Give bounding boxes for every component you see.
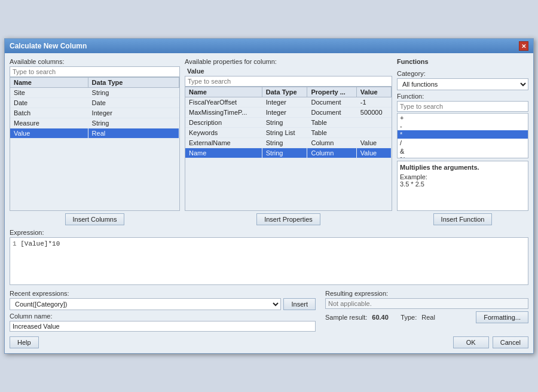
table-row[interactable]: DescriptionStringTable (185, 118, 392, 128)
formatting-button[interactable]: Formatting... (476, 311, 528, 323)
functions-section: Functions Category: All functions Math S… (397, 58, 528, 225)
row-type: String (262, 138, 307, 148)
row-type: String List (262, 128, 307, 138)
row-type: Integer (88, 108, 179, 118)
category-label: Category: (397, 70, 528, 77)
functions-title: Functions (397, 58, 528, 65)
row-value: Value (356, 148, 391, 158)
resulting-input (325, 298, 528, 309)
col-header-name: Name (10, 78, 88, 88)
properties-table: Name Data Type Property ... Value Fiscal… (185, 87, 392, 211)
row-type: Date (88, 98, 179, 108)
table-row[interactable]: FiscalYearOffsetIntegerDocument-1 (185, 97, 392, 108)
table-row[interactable]: MeasureString (10, 118, 179, 128)
row-type: Integer (262, 97, 307, 108)
row-value: Value (356, 138, 391, 148)
row-type: Real (88, 128, 179, 139)
type-value: Real (421, 314, 445, 321)
insert-function-button[interactable]: Insert Function (433, 213, 493, 225)
table-row[interactable]: ValueReal (10, 128, 179, 139)
close-button[interactable]: ✕ (519, 41, 528, 51)
function-item[interactable]: / (398, 139, 528, 147)
row-name: FiscalYearOffset (185, 97, 262, 108)
columns-section: Available columns: Name Data Type SiteSt… (10, 58, 180, 225)
row-name: Name (185, 148, 262, 158)
row-name: ExternalName (185, 138, 262, 148)
bottom-left: Recent expressions: Count([Category]) In… (10, 290, 316, 332)
help-button[interactable]: Help (10, 336, 39, 348)
function-search-input[interactable] (397, 101, 528, 112)
prop-header-value: Value (356, 87, 391, 97)
resulting-label: Resulting expression: (325, 290, 528, 297)
function-item[interactable]: * (398, 130, 528, 139)
row-name: Description (185, 118, 262, 128)
function-item[interactable]: % (398, 155, 528, 158)
row-prop: Column (307, 148, 356, 158)
table-row[interactable]: KeywordsString ListTable (185, 128, 392, 138)
recent-insert-button[interactable]: Insert (283, 298, 316, 310)
function-item[interactable]: & (398, 147, 528, 155)
type-label: Type: (401, 314, 417, 321)
row-prop: Column (307, 138, 356, 148)
desc-title: Multiplies the arguments. (400, 164, 525, 171)
expression-label: Expression: (10, 229, 528, 236)
function-item[interactable]: - (398, 122, 528, 130)
properties-search-input[interactable] (185, 76, 392, 87)
row-value (356, 118, 391, 128)
prop-header-name: Name (185, 87, 262, 97)
category-select[interactable]: All functions Math String Date Aggregate (397, 78, 528, 90)
insert-columns-button[interactable]: Insert Columns (65, 213, 125, 225)
bottom-right: Resulting expression: Sample result: 60.… (325, 290, 528, 332)
row-prop: Document (307, 108, 356, 118)
sample-value: 60.40 (372, 314, 396, 321)
table-row[interactable]: DateDate (10, 98, 179, 108)
row-type: String (88, 88, 179, 98)
table-row[interactable]: ExternalNameStringColumnValue (185, 138, 392, 148)
table-row[interactable]: MaxMissingTimeP...IntegerDocument500000 (185, 108, 392, 118)
row-name: Keywords (185, 128, 262, 138)
row-value: -1 (356, 97, 391, 108)
table-row[interactable]: BatchInteger (10, 108, 179, 118)
columns-label: Available columns: (10, 58, 180, 65)
row-name: Site (10, 88, 88, 98)
expression-section: Expression: 1 [Value]*10 (10, 229, 528, 285)
properties-column-name: Value (185, 66, 392, 76)
table-row[interactable]: NameStringColumnValue (185, 148, 392, 158)
properties-label: Available properties for column: (185, 58, 392, 65)
row-prop: Table (307, 118, 356, 128)
final-buttons-row: Help OK Cancel (10, 336, 528, 348)
table-row[interactable]: SiteString (10, 88, 179, 98)
expression-line-number: 1 (13, 240, 17, 247)
recent-select[interactable]: Count([Category]) (10, 298, 281, 310)
ok-button[interactable]: OK (453, 336, 489, 348)
expression-content[interactable]: 1 [Value]*10 (10, 237, 528, 285)
column-name-input[interactable] (10, 321, 316, 332)
function-list: +-*/&%!=Search (397, 113, 528, 158)
row-type: Integer (262, 108, 307, 118)
cancel-button[interactable]: Cancel (493, 336, 528, 348)
col-header-type: Data Type (88, 78, 179, 88)
column-name-label: Column name: (10, 313, 316, 320)
row-type: String (262, 118, 307, 128)
function-description: Multiplies the arguments. Example: 3.5 *… (397, 161, 528, 211)
columns-table: Name Data Type SiteStringDateDateBatchIn… (10, 77, 180, 211)
function-item[interactable]: + (398, 114, 528, 122)
insert-properties-button[interactable]: Insert Properties (256, 213, 320, 225)
columns-search-input[interactable] (10, 66, 180, 77)
row-prop: Document (307, 97, 356, 108)
row-value: 500000 (356, 108, 391, 118)
row-name: Value (10, 128, 88, 139)
title-bar: Calculate New Column ✕ (5, 39, 533, 53)
calculate-column-dialog: Calculate New Column ✕ Available columns… (4, 38, 534, 354)
row-name: MaxMissingTimeP... (185, 108, 262, 118)
desc-example-label: Example: (400, 173, 525, 180)
properties-section: Available properties for column: Value N… (185, 58, 392, 225)
prop-header-type: Data Type (262, 87, 307, 97)
sample-label: Sample result: (325, 314, 367, 321)
prop-header-prop: Property ... (307, 87, 356, 97)
desc-example: 3.5 * 2.5 (400, 180, 525, 188)
row-name: Batch (10, 108, 88, 118)
expression-text: [Value]*10 (20, 240, 60, 247)
row-type: String (88, 118, 179, 128)
row-name: Date (10, 98, 88, 108)
